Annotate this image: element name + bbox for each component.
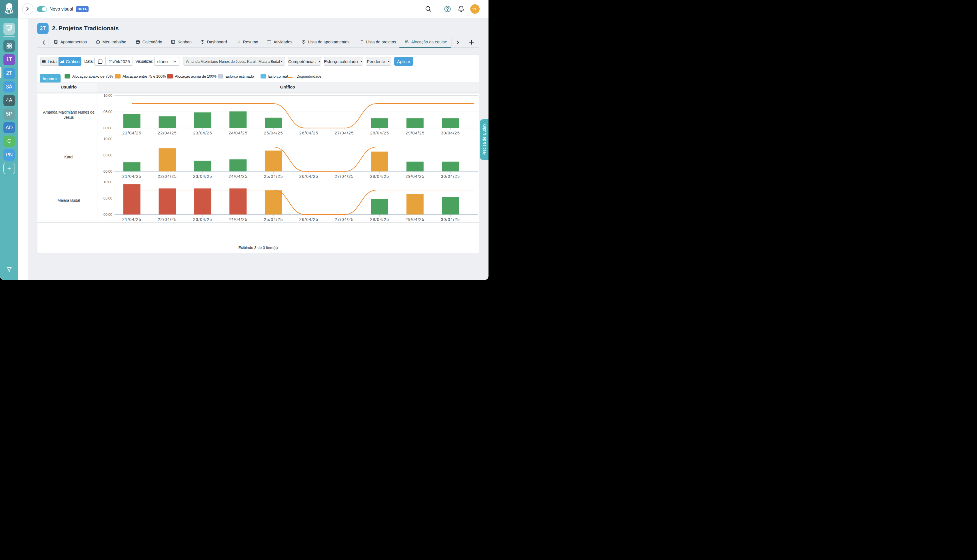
svg-text:24/04/25: 24/04/25 [229, 174, 248, 179]
svg-text:21/04/25: 21/04/25 [122, 174, 141, 179]
svg-text:29/04/25: 29/04/25 [405, 174, 425, 179]
svg-text:27/04/25: 27/04/25 [335, 217, 354, 222]
svg-text:29/04/25: 29/04/25 [405, 131, 425, 135]
svg-text:28/04/25: 28/04/25 [370, 131, 389, 135]
svg-text:10:00: 10:00 [104, 93, 112, 98]
svg-text:24/04/25: 24/04/25 [229, 131, 248, 135]
svg-text:00:00: 00:00 [104, 126, 112, 130]
svg-text:26/04/25: 26/04/25 [299, 131, 318, 135]
svg-text:23/04/25: 23/04/25 [193, 174, 212, 179]
svg-text:25/04/25: 25/04/25 [264, 131, 283, 135]
svg-text:30/04/25: 30/04/25 [441, 217, 460, 222]
svg-text:25/04/25: 25/04/25 [264, 174, 283, 179]
svg-text:27/04/25: 27/04/25 [335, 174, 354, 179]
svg-text:22/04/25: 22/04/25 [158, 174, 177, 179]
svg-text:30/04/25: 30/04/25 [441, 174, 460, 179]
svg-text:28/04/25: 28/04/25 [370, 174, 389, 179]
svg-text:28/04/25: 28/04/25 [370, 217, 389, 222]
svg-text:29/04/25: 29/04/25 [405, 217, 425, 222]
svg-text:05:00: 05:00 [104, 196, 112, 200]
svg-text:23/04/25: 23/04/25 [193, 131, 212, 135]
svg-text:00:00: 00:00 [104, 212, 112, 217]
svg-text:22/04/25: 22/04/25 [158, 217, 177, 222]
svg-text:10:00: 10:00 [104, 137, 112, 141]
svg-text:24/04/25: 24/04/25 [229, 217, 248, 222]
svg-text:26/04/25: 26/04/25 [299, 217, 318, 222]
svg-text:22/04/25: 22/04/25 [158, 131, 177, 135]
svg-text:10:00: 10:00 [104, 180, 112, 184]
svg-text:21/04/25: 21/04/25 [122, 217, 141, 222]
svg-text:21/04/25: 21/04/25 [122, 131, 141, 135]
svg-text:30/04/25: 30/04/25 [441, 131, 460, 135]
svg-text:27/04/25: 27/04/25 [335, 131, 354, 135]
svg-text:05:00: 05:00 [104, 153, 112, 157]
svg-text:26/04/25: 26/04/25 [299, 174, 318, 179]
svg-text:05:00: 05:00 [104, 110, 112, 114]
svg-text:25/04/25: 25/04/25 [264, 217, 283, 222]
svg-text:00:00: 00:00 [104, 169, 112, 173]
svg-text:23/04/25: 23/04/25 [193, 217, 212, 222]
